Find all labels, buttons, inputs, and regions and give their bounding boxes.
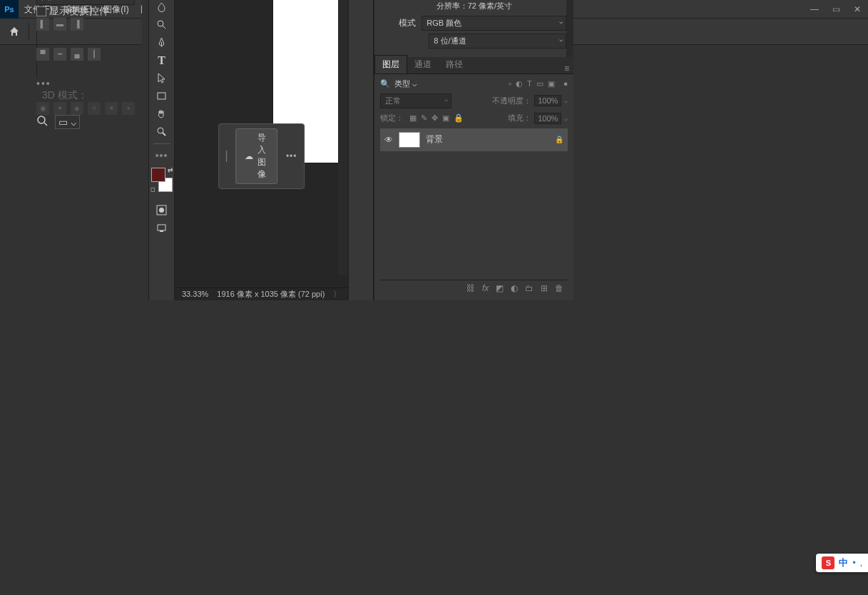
layer-filter-icons: ▫ ◐ T ▭ ▣ ● (509, 79, 568, 88)
align-right-icon[interactable]: ▐ (71, 18, 83, 31)
maximize-button[interactable]: ▭ (825, 0, 847, 19)
color-mode-dropdown[interactable]: RGB 颜色 (422, 16, 566, 31)
edit-toolbar-icon[interactable]: ••• (152, 147, 172, 164)
close-button[interactable]: ✕ (847, 0, 868, 19)
properties-scrollbar[interactable] (566, 0, 573, 57)
status-arrow-icon[interactable]: 〉 (333, 289, 341, 300)
3d-icons: ◉ ✦ ◈ ✧ ☀ ▪ (36, 102, 135, 115)
more-options-icon[interactable]: ••• (36, 78, 135, 89)
opacity-value[interactable]: 100% (534, 95, 561, 106)
view-mode-icon[interactable]: ▭ ⌵ (55, 115, 80, 129)
lock-transparency-icon[interactable]: ▦ (409, 113, 417, 123)
color-wells[interactable]: ⇄ ◻ (151, 168, 173, 192)
canvas-scrollbar-vertical[interactable] (338, 0, 348, 275)
hand-tool[interactable] (152, 106, 172, 123)
swap-colors-icon[interactable]: ⇄ (168, 166, 173, 173)
tab-channels[interactable]: 通道 (407, 56, 439, 73)
align-middle-icon[interactable]: ━ (53, 48, 66, 61)
3d-dolly-icon[interactable]: ◈ (71, 102, 83, 115)
ime-logo-icon: S (822, 556, 834, 569)
svg-point-0 (38, 116, 45, 123)
3d-light-icon[interactable]: ☀ (105, 102, 118, 115)
3d-walk-icon[interactable]: ✧ (88, 102, 101, 115)
filter-type-icon[interactable]: T (527, 79, 532, 88)
layers-body: 🔍 类型 ⌵ ▫ ◐ T ▭ ▣ ● 正常 不透明度： 100% ⌵ (374, 74, 573, 300)
layer-name-label[interactable]: 背景 (426, 133, 549, 146)
filter-shape-icon[interactable]: ▭ (536, 79, 543, 88)
delete-layer-icon[interactable]: 🗑 (555, 283, 563, 293)
ime-indicator[interactable]: S 中 • , (816, 554, 868, 572)
foreground-color[interactable] (151, 168, 165, 182)
import-more-icon[interactable]: ••• (286, 151, 297, 161)
layers-panel-menu-icon[interactable]: ≡ (560, 63, 573, 73)
blur-tool[interactable] (152, 0, 172, 16)
auto-select-dropdown[interactable]: 图层 (36, 0, 135, 5)
lock-pixels-icon[interactable]: ✎ (421, 113, 427, 123)
rectangle-tool[interactable] (152, 88, 172, 105)
layer-background[interactable]: 👁 背景 🔒 (380, 128, 568, 151)
align-bottom-icon[interactable]: ▄ (71, 48, 83, 61)
3d-orbit-icon[interactable]: ◉ (36, 102, 49, 115)
layer-fx-icon[interactable]: fx (482, 283, 489, 293)
zoom-level[interactable]: 33.33% (182, 290, 208, 298)
ps-logo-icon: Ps (0, 0, 19, 19)
filter-toggle-icon[interactable]: ● (563, 79, 568, 88)
svg-point-18 (158, 128, 163, 133)
import-image-button[interactable]: ☁ 导入图像 (235, 128, 277, 184)
quick-mask-icon[interactable] (152, 202, 172, 219)
3d-pan-icon[interactable]: ✦ (53, 102, 66, 115)
path-select-tool[interactable] (152, 70, 172, 87)
tools-panel: ✥ (149, 0, 175, 300)
fill-value[interactable]: 100% (534, 113, 561, 124)
adjustment-layer-icon[interactable]: ◐ (511, 283, 518, 293)
align-left-icon[interactable]: ▌ (36, 18, 49, 31)
tab-layers[interactable]: 图层 (374, 55, 407, 73)
bit-depth-dropdown[interactable]: 8 位/通道 (429, 34, 566, 49)
layer-search-icon[interactable]: 🔍 (380, 79, 390, 88)
search-icon[interactable] (36, 115, 48, 128)
canvas-viewport[interactable]: ☁ 导入图像 ••• (175, 0, 348, 288)
layer-visibility-icon[interactable]: 👁 (384, 135, 393, 145)
zoom-tool[interactable] (152, 123, 172, 141)
options-bar: �南 ✥ 自动选择： 图层 显示变换控件 ▌ ▬ ▐ ▀ ━ ▄ ┃ ••• 3… (0, 19, 868, 45)
properties-body: ▫ 文档 画布 ⛓ W X H Y (374, 0, 573, 57)
align-top-icon[interactable]: ▀ (36, 48, 49, 61)
default-colors-icon[interactable]: ◻ (150, 186, 155, 193)
tool-separator (153, 143, 170, 144)
layer-thumbnail[interactable] (399, 132, 420, 148)
layer-mask-icon[interactable]: ◩ (496, 283, 504, 293)
fill-arrow-icon[interactable]: ⌵ (564, 115, 568, 122)
filter-smart-icon[interactable]: ▣ (548, 79, 555, 88)
tab-paths[interactable]: 路径 (439, 56, 470, 73)
align-center-h-icon[interactable]: ▬ (53, 18, 66, 31)
lock-position-icon[interactable]: ✥ (432, 113, 438, 123)
pen-tool[interactable] (152, 34, 172, 51)
dodge-tool[interactable] (152, 16, 172, 34)
align-buttons-group-1: ▌ ▬ ▐ (36, 18, 135, 31)
lock-artboard-icon[interactable]: ▣ (442, 113, 449, 123)
type-tool[interactable]: T (152, 52, 172, 69)
link-layers-icon[interactable]: ⛓ (466, 283, 475, 293)
lock-all-icon[interactable]: 🔒 (454, 113, 464, 123)
layer-group-icon[interactable]: 🗀 (525, 283, 533, 293)
divider (36, 31, 37, 48)
lock-icons: ▦ ✎ ✥ ▣ 🔒 (409, 113, 464, 123)
show-transform-checkbox[interactable]: 显示变换控件 (36, 5, 135, 18)
filter-adjustment-icon[interactable]: ◐ (516, 79, 523, 88)
distribute-icon[interactable]: ┃ (88, 48, 101, 61)
filter-pixel-icon[interactable]: ▫ (509, 79, 511, 88)
layer-lock-badge-icon: 🔒 (555, 136, 563, 143)
layer-filter-kind-dropdown[interactable]: 类型 ⌵ (394, 78, 417, 89)
lock-row: 锁定： ▦ ✎ ✥ ▣ 🔒 填充： 100% ⌵ (380, 113, 568, 124)
home-icon[interactable] (7, 24, 21, 39)
import-bar-handle[interactable] (226, 151, 227, 162)
svg-rect-23 (160, 230, 163, 232)
blend-mode-dropdown[interactable]: 正常 (380, 93, 451, 108)
minimize-button[interactable]: — (804, 0, 825, 19)
toolbar-collapse-strip[interactable]: » (142, 0, 149, 300)
move-tool-indicator-icon[interactable]: �南 ✥ 自动选择： 图层 显示变换控件 ▌ ▬ ▐ ▀ ━ ▄ ┃ ••• 3… (36, 0, 135, 129)
3d-camera-icon[interactable]: ▪ (122, 102, 135, 115)
opacity-arrow-icon[interactable]: ⌵ (564, 97, 568, 104)
new-layer-icon[interactable]: ⊞ (541, 283, 548, 293)
screen-mode-icon[interactable] (152, 220, 172, 237)
